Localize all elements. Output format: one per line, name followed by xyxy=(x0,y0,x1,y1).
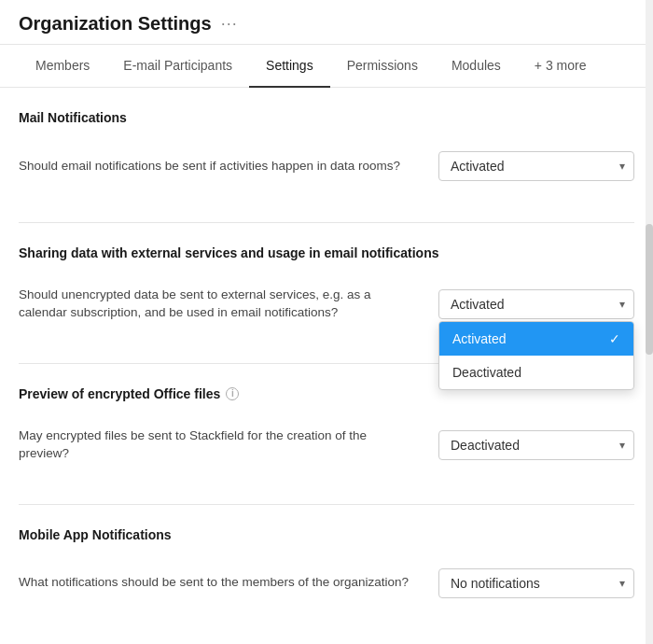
dropdown-option-activated[interactable]: Activated ✓ xyxy=(439,322,633,356)
setting-row-mobile-notify: What notifications should be sent to the… xyxy=(19,557,634,609)
page-title: Organization Settings xyxy=(19,13,212,35)
scrollbar[interactable] xyxy=(646,0,653,644)
more-options-icon[interactable]: ··· xyxy=(221,14,238,34)
tab-modules[interactable]: Modules xyxy=(435,45,518,88)
section-title-mail-notifications: Mail Notifications xyxy=(19,110,634,125)
setting-row-unencrypted-data: Should unencrypted data be sent to exter… xyxy=(19,275,634,333)
dropdown-email-activities: Activated Deactivated ▾ xyxy=(438,151,634,181)
setting-label-mobile-notify: What notifications should be sent to the… xyxy=(19,574,420,592)
setting-row-encrypted-preview: May encrypted files be sent to Stackfiel… xyxy=(19,416,634,474)
dropdown-option-deactivated[interactable]: Deactivated xyxy=(439,356,633,389)
scrollbar-thumb[interactable] xyxy=(646,224,653,355)
tab-permissions[interactable]: Permissions xyxy=(330,45,435,88)
content-area: Mail Notifications Should email notifica… xyxy=(0,88,653,644)
dropdown-encrypted-preview: Activated Deactivated ▾ xyxy=(438,430,634,460)
section-title-mobile-notifications: Mobile App Notifications xyxy=(19,527,634,542)
section-title-sharing-data: Sharing data with external services and … xyxy=(19,245,634,260)
section-title-text-preview: Preview of encrypted Office files xyxy=(19,386,220,401)
section-preview-encrypted: Preview of encrypted Office files i May … xyxy=(19,386,634,474)
tab-members[interactable]: Members xyxy=(19,45,106,88)
section-mail-notifications: Mail Notifications Should email notifica… xyxy=(19,110,634,192)
tab-settings[interactable]: Settings xyxy=(249,45,330,88)
select-encrypted-preview[interactable]: Activated Deactivated xyxy=(438,430,634,460)
select-email-activities[interactable]: Activated Deactivated xyxy=(438,151,634,181)
setting-label-encrypted-preview: May encrypted files be sent to Stackfiel… xyxy=(19,427,420,463)
info-icon[interactable]: i xyxy=(226,387,239,400)
select-unencrypted-data[interactable]: Activated Deactivated xyxy=(438,289,634,319)
divider-3 xyxy=(19,504,634,505)
divider-1 xyxy=(19,222,634,223)
section-mobile-notifications: Mobile App Notifications What notificati… xyxy=(19,527,634,609)
dropdown-menu-open: Activated ✓ Deactivated xyxy=(438,321,634,390)
section-sharing-data: Sharing data with external services and … xyxy=(19,245,634,333)
tabs-bar: Members E-mail Participants Settings Per… xyxy=(0,45,653,88)
tab-email-participants[interactable]: E-mail Participants xyxy=(106,45,249,88)
page-header: Organization Settings ··· xyxy=(0,0,653,45)
tab-more[interactable]: + 3 more xyxy=(518,45,604,88)
dropdown-option-activated-label: Activated xyxy=(452,331,507,346)
setting-row-email-activities: Should email notifications be sent if ac… xyxy=(19,140,634,192)
dropdown-unencrypted-data: Activated Deactivated ▾ Activated ✓ Deac… xyxy=(438,289,634,319)
dropdown-option-deactivated-label: Deactivated xyxy=(452,365,521,380)
select-mobile-notify[interactable]: No notifications All notifications Menti… xyxy=(438,568,634,598)
setting-label-email-activities: Should email notifications be sent if ac… xyxy=(19,158,420,175)
setting-label-unencrypted-data: Should unencrypted data be sent to exter… xyxy=(19,287,420,322)
check-icon: ✓ xyxy=(609,331,620,346)
dropdown-mobile-notify: No notifications All notifications Menti… xyxy=(438,568,634,598)
